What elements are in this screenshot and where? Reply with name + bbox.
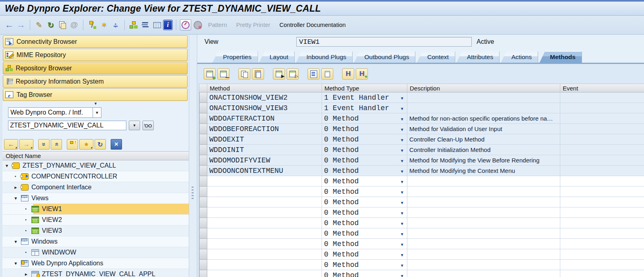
method-cell[interactable]: [207, 228, 322, 239]
table-row[interactable]: WDDOINIT0 MethodController Initializatio…: [199, 145, 644, 155]
insert-block-icon[interactable]: ▷: [287, 68, 299, 80]
event-cell[interactable]: [560, 218, 644, 228]
method-type-cell[interactable]: 0 Method: [322, 260, 407, 270]
stop-transaction-icon[interactable]: [192, 20, 203, 30]
method-cell[interactable]: ONACTIONSHOW_VIEW2: [207, 92, 322, 103]
method-type-cell[interactable]: 0 Method: [322, 113, 407, 124]
row-selector[interactable]: [199, 103, 207, 113]
event-cell[interactable]: [560, 145, 644, 155]
event-cell[interactable]: [560, 124, 644, 134]
single-cell-icon[interactable]: [321, 68, 333, 80]
method-type-cell[interactable]: 0 Method: [322, 187, 407, 197]
navigation-icon[interactable]: [110, 20, 121, 30]
dropdown-icon[interactable]: [400, 167, 404, 174]
description-cell[interactable]: [407, 187, 560, 197]
table-row[interactable]: 0 Method: [199, 260, 644, 270]
tab-layout[interactable]: Layout: [259, 51, 295, 63]
dropdown-icon[interactable]: [400, 188, 404, 195]
select-block-icon[interactable]: ▶: [273, 68, 285, 80]
dropdown-icon[interactable]: [400, 209, 404, 216]
tree-back-icon[interactable]: [4, 139, 18, 150]
method-cell[interactable]: WDDOMODIFYVIEW: [207, 155, 322, 166]
stack-icon[interactable]: [140, 20, 151, 30]
event-cell[interactable]: [560, 166, 644, 176]
tree-item-view2[interactable]: · VIEW2: [2, 215, 189, 226]
delete-row-icon[interactable]: −: [217, 68, 229, 80]
expander-open-icon[interactable]: ▾: [14, 195, 21, 201]
method-cell[interactable]: WDDOAFTERACTION: [207, 113, 322, 124]
pretty-printer-button[interactable]: Pretty Printer: [232, 22, 275, 28]
tab-outbound-plugs[interactable]: Outbound Plugs: [354, 51, 415, 63]
dropdown-icon[interactable]: [400, 199, 404, 206]
dropdown-icon[interactable]: [400, 272, 404, 277]
description-cell[interactable]: Method for Validation of User Input: [407, 124, 560, 134]
dropdown-icon[interactable]: [400, 94, 404, 101]
category-dropdown-icon[interactable]: [93, 107, 101, 118]
favorites-star-icon[interactable]: [79, 139, 93, 150]
scroll-up-icon[interactable]: [51, 139, 62, 150]
event-cell[interactable]: [560, 197, 644, 207]
description-cell[interactable]: [407, 249, 560, 260]
row-selector[interactable]: [199, 92, 207, 103]
table-row[interactable]: 0 Method: [199, 207, 644, 218]
method-cell[interactable]: [207, 187, 322, 197]
sidebar-item-tag-browser[interactable]: Tag Browser: [3, 88, 188, 101]
tab-inbound-plugs[interactable]: Inbound Plugs: [296, 51, 353, 63]
table-row[interactable]: WDDOEXIT0 MethodController Clean-Up Meth…: [199, 134, 644, 145]
event-cell[interactable]: [560, 228, 644, 239]
event-cell[interactable]: [560, 176, 644, 187]
row-selector[interactable]: [199, 270, 207, 277]
method-type-cell[interactable]: 0 Method: [322, 134, 407, 145]
event-cell[interactable]: [560, 239, 644, 249]
table-row[interactable]: WDDOONCONTEXTMENU0 MethodMethod for Modi…: [199, 166, 644, 176]
method-cell[interactable]: ONACTIONSHOW_VIEW3: [207, 103, 322, 113]
tree-item-windows[interactable]: ▾ Windows: [2, 236, 189, 247]
row-selector[interactable]: [199, 166, 207, 176]
tree-item-componentcontroller[interactable]: · COMPONENTCONTROLLER: [2, 171, 189, 182]
dropdown-icon[interactable]: [400, 125, 404, 133]
method-type-cell[interactable]: 1 Event Handler: [322, 92, 407, 103]
table-row[interactable]: WDDOAFTERACTION0 MethodMethod for non-ac…: [199, 113, 644, 124]
method-type-cell[interactable]: 0 Method: [322, 270, 407, 277]
dropdown-icon[interactable]: [400, 240, 404, 248]
method-type-cell[interactable]: 0 Method: [322, 207, 407, 218]
tab-properties[interactable]: Properties: [213, 51, 258, 63]
controller-documentation-button[interactable]: Controller Documentation: [275, 22, 349, 28]
description-cell[interactable]: Controller Initialization Method: [407, 145, 560, 155]
method-type-cell[interactable]: 0 Method: [322, 249, 407, 260]
row-selector[interactable]: [199, 228, 207, 239]
sidebar-item-connectivity-browser[interactable]: Connectivity Browser: [3, 35, 188, 48]
description-cell[interactable]: [407, 239, 560, 249]
column-header-method-type[interactable]: Method Type: [322, 84, 407, 92]
dropdown-icon[interactable]: [400, 157, 404, 164]
panel-splitter[interactable]: [189, 35, 197, 277]
tree-item-views[interactable]: ▾ Views: [2, 193, 189, 204]
tab-attributes[interactable]: Attributes: [456, 51, 500, 63]
display-change-icon[interactable]: [34, 20, 44, 30]
back-icon[interactable]: [4, 20, 14, 30]
find-next-icon[interactable]: +: [356, 68, 368, 80]
method-type-cell[interactable]: 0 Method: [322, 124, 407, 134]
scroll-down-icon[interactable]: [38, 139, 50, 150]
expander-closed-icon[interactable]: ▸: [25, 271, 31, 277]
method-cell[interactable]: [207, 207, 322, 218]
method-cell[interactable]: WDDOONCONTEXTMENU: [207, 166, 322, 176]
dropdown-icon[interactable]: [400, 178, 404, 185]
display-glasses-button[interactable]: [142, 121, 154, 130]
description-cell[interactable]: [407, 207, 560, 218]
event-cell[interactable]: [560, 270, 644, 277]
insert-row-icon[interactable]: +: [204, 68, 216, 80]
row-selector[interactable]: [199, 145, 207, 155]
tree-item-component-interface[interactable]: ▸ Component Interface: [2, 182, 189, 193]
description-cell[interactable]: [407, 197, 560, 207]
event-cell[interactable]: [560, 92, 644, 103]
dropdown-icon[interactable]: [400, 146, 404, 154]
object-name-input[interactable]: ZTEST_DYNAMIC_VIEW_CALL: [8, 121, 126, 130]
method-type-cell[interactable]: 0 Method: [322, 239, 407, 249]
tab-methods[interactable]: Methods: [539, 51, 582, 63]
expander-open-icon[interactable]: ▾: [14, 239, 21, 244]
collapse-handle-icon[interactable]: [2, 101, 189, 106]
dropdown-icon[interactable]: [400, 230, 404, 237]
row-selector[interactable]: [199, 187, 207, 197]
row-selector[interactable]: [199, 218, 207, 228]
